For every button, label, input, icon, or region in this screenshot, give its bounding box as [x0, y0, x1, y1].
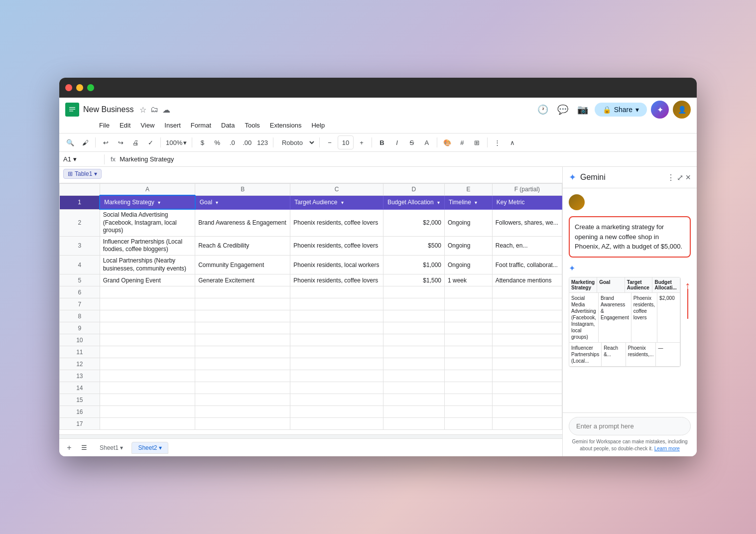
menu-tools[interactable]: Tools — [240, 120, 264, 131]
cell-c2[interactable]: Phoenix residents, coffee lovers — [290, 209, 383, 236]
font-color-btn[interactable]: A — [420, 135, 434, 149]
cell-f5[interactable]: Attendance mentions — [492, 274, 562, 286]
header-cell-timeline[interactable]: Timeline ▾ — [445, 195, 493, 209]
comment-icon[interactable]: 💬 — [555, 102, 571, 118]
header-cell-budget[interactable]: Budget Allocation ▾ — [383, 195, 444, 209]
cell-c5[interactable]: Phoenix residents, coffee lovers — [290, 274, 383, 286]
menu-help[interactable]: Help — [306, 120, 330, 131]
header-cell-audience[interactable]: Target Audience ▾ — [290, 195, 383, 209]
table-name-tag[interactable]: ⊞ Table1 ▾ — [63, 169, 102, 179]
zoom-selector[interactable]: 100% ▾ — [164, 135, 189, 149]
star-icon[interactable]: ☆ — [139, 105, 146, 115]
cell-b4[interactable]: Community Engagement — [195, 255, 290, 274]
strikethrough-btn[interactable]: S — [405, 135, 419, 149]
cell-a5[interactable]: Grand Opening Event — [100, 274, 195, 286]
folder-icon[interactable]: 🗂 — [150, 105, 158, 114]
tab-sheet2[interactable]: Sheet2 ▾ — [131, 442, 168, 454]
menu-edit[interactable]: Edit — [115, 120, 135, 131]
redo-btn[interactable]: ↪ — [114, 135, 127, 149]
formula-input[interactable] — [120, 155, 693, 163]
menu-data[interactable]: Data — [216, 120, 240, 131]
undo-btn[interactable]: ↩ — [99, 135, 113, 149]
header-cell-goal[interactable]: Goal ▾ — [195, 195, 290, 209]
col-header-b[interactable]: B — [195, 184, 290, 196]
menu-view[interactable]: View — [135, 120, 159, 131]
cell-e4[interactable]: Ongoing — [445, 255, 493, 274]
gemini-more-icon[interactable]: ⋮ — [667, 173, 675, 182]
cell-e3[interactable]: Ongoing — [445, 236, 493, 255]
cell-e6[interactable] — [445, 286, 493, 298]
font-size-input[interactable]: 10 — [338, 135, 354, 149]
sheets-menu-btn[interactable]: ☰ — [77, 441, 91, 455]
gemini-fab-button[interactable]: ✦ — [651, 101, 669, 119]
sort-icon-timeline[interactable]: ▾ — [475, 200, 477, 205]
cell-a2[interactable]: Social Media Advertising (Facebook, Inst… — [100, 209, 195, 236]
col-header-f[interactable]: F (partial) — [492, 184, 562, 196]
spell-btn[interactable]: ✓ — [143, 135, 157, 149]
borders-btn[interactable]: # — [455, 135, 469, 149]
header-cell-metric[interactable]: Key Metric — [492, 195, 562, 209]
cell-f2[interactable]: Followers, shares, we... — [492, 209, 562, 236]
gemini-expand-icon[interactable]: ⤢ — [677, 173, 683, 182]
cell-e2[interactable]: Ongoing — [445, 209, 493, 236]
col-header-e[interactable]: E — [445, 184, 493, 196]
print-btn[interactable]: 🖨 — [128, 135, 142, 149]
menu-extensions[interactable]: Extensions — [265, 120, 307, 131]
add-sheet-button[interactable]: + — [63, 442, 75, 454]
menu-insert[interactable]: Insert — [159, 120, 186, 131]
cell-f3[interactable]: Reach, en... — [492, 236, 562, 255]
cell-b2[interactable]: Brand Awareness & Engagement — [195, 209, 290, 236]
horizontal-scrollbar[interactable] — [59, 434, 562, 438]
cell-b5[interactable]: Generate Excitement — [195, 274, 290, 286]
cell-b6[interactable] — [195, 286, 290, 298]
cell-d5[interactable]: $1,500 — [383, 274, 444, 286]
collapse-toolbar-btn[interactable]: ∧ — [505, 135, 519, 149]
col-header-d[interactable]: D — [383, 184, 444, 196]
cell-b3[interactable]: Reach & Credibility — [195, 236, 290, 255]
prompt-input-field[interactable] — [569, 417, 691, 435]
menu-file[interactable]: File — [94, 120, 115, 131]
sort-icon-goal[interactable]: ▾ — [216, 200, 218, 205]
decimal2-btn[interactable]: .00 — [240, 135, 254, 149]
font-size-increase[interactable]: + — [355, 135, 369, 149]
paint-format-btn[interactable]: 🖌 — [78, 135, 92, 149]
minimize-button[interactable] — [76, 84, 83, 91]
fill-color-btn[interactable]: 🎨 — [440, 135, 454, 149]
cell-c6[interactable] — [290, 286, 383, 298]
cell-a6[interactable] — [100, 286, 195, 298]
bold-btn[interactable]: B — [375, 135, 389, 149]
italic-btn[interactable]: I — [390, 135, 404, 149]
cell-c3[interactable]: Phoenix residents, coffee lovers — [290, 236, 383, 255]
percent-btn[interactable]: % — [210, 135, 224, 149]
search-tool-btn[interactable]: 🔍 — [63, 135, 77, 149]
decimal-btn[interactable]: .0 — [225, 135, 239, 149]
col-header-a[interactable]: A — [100, 184, 195, 196]
cell-f6[interactable] — [492, 286, 562, 298]
cell-d3[interactable]: $500 — [383, 236, 444, 255]
currency-btn[interactable]: $ — [195, 135, 209, 149]
tab-sheet1[interactable]: Sheet1 ▾ — [93, 442, 129, 454]
learn-more-link[interactable]: Learn more — [654, 446, 680, 451]
close-button[interactable] — [65, 84, 72, 91]
user-avatar[interactable]: 👤 — [673, 101, 691, 119]
sort-icon-budget[interactable]: ▾ — [437, 200, 440, 205]
maximize-button[interactable] — [87, 84, 94, 91]
font-size-decrease[interactable]: − — [323, 135, 337, 149]
videocam-icon[interactable]: 📷 — [575, 102, 591, 118]
cell-d2[interactable]: $2,000 — [383, 209, 444, 236]
cell-a4[interactable]: Local Partnerships (Nearby businesses, c… — [100, 255, 195, 274]
cell-e5[interactable]: 1 week — [445, 274, 493, 286]
sort-icon-audience[interactable]: ▾ — [341, 200, 344, 205]
cell-f4[interactable]: Foot traffic, collaborat... — [492, 255, 562, 274]
cell-d4[interactable]: $1,000 — [383, 255, 444, 274]
table-container[interactable]: A B C D E F (partial) 1 — [59, 183, 562, 434]
header-cell-strategy[interactable]: Marketing Strategy ▾ — [100, 195, 195, 209]
gemini-close-icon[interactable]: × — [685, 172, 691, 183]
cell-c4[interactable]: Phoenix residents, local workers — [290, 255, 383, 274]
share-button[interactable]: 🔒 Share ▾ — [595, 103, 647, 117]
col-header-c[interactable]: C — [290, 184, 383, 196]
cloud-icon[interactable]: ☁ — [162, 105, 170, 115]
history-icon[interactable]: 🕐 — [535, 102, 551, 118]
cell-d6[interactable] — [383, 286, 444, 298]
gemini-body[interactable]: Create a marketing strategy for opening … — [563, 188, 697, 412]
